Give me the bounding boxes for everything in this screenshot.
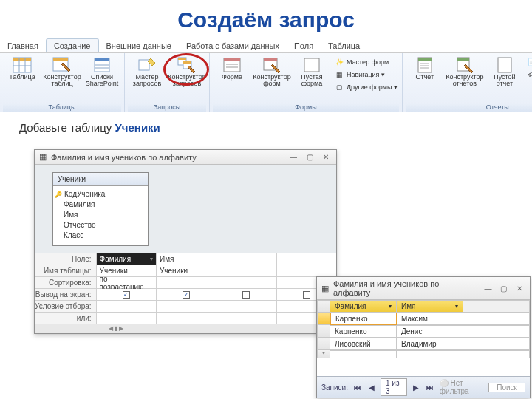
tab-database-tools[interactable]: Работа с базами данных xyxy=(179,39,287,52)
tab-table[interactable]: Таблица xyxy=(321,39,367,52)
sort-cell[interactable] xyxy=(156,277,216,288)
tab-create[interactable]: Создание xyxy=(46,38,99,52)
nav-position[interactable]: 1 из 3 xyxy=(381,378,407,396)
checkbox-unchecked[interactable] xyxy=(242,291,250,299)
field-item[interactable]: Отчество xyxy=(64,220,143,231)
criteria-cell[interactable] xyxy=(216,301,276,312)
data-cell[interactable]: Карпенко xyxy=(330,325,397,338)
btn-blank-form[interactable]: Пустая форма xyxy=(293,55,331,88)
btn-form-wizard[interactable]: ✨Мастер форм xyxy=(332,56,399,68)
table-design-icon xyxy=(52,56,72,74)
nav-prev[interactable]: ◀ xyxy=(367,383,376,392)
field-cell[interactable] xyxy=(216,253,276,265)
nav-next[interactable]: ▶ xyxy=(412,383,420,392)
nav-last[interactable]: ⏭ xyxy=(425,383,435,392)
query-icon: ▦ xyxy=(39,152,47,162)
close-button[interactable]: ✕ xyxy=(320,153,332,161)
data-cell[interactable]: Максим xyxy=(397,313,463,325)
data-cell[interactable]: Владимир xyxy=(397,338,463,350)
data-row[interactable]: Карпенко Денис xyxy=(317,325,530,338)
row-selector[interactable] xyxy=(317,338,330,350)
btn-table-design[interactable]: Конструктор таблиц xyxy=(43,55,81,88)
sharepoint-icon xyxy=(92,56,112,74)
data-cell[interactable] xyxy=(397,350,463,358)
table-cell[interactable]: Ученики xyxy=(156,265,216,276)
field-cell[interactable] xyxy=(276,253,336,265)
or-cell[interactable] xyxy=(216,313,276,324)
table-cell[interactable] xyxy=(216,265,276,276)
table-fields-list[interactable]: КодУченика Фамилия Имя Отчество Класс xyxy=(53,186,148,245)
data-row[interactable]: Карпенко Максим xyxy=(317,313,530,325)
svg-rect-17 xyxy=(224,58,240,61)
field-item[interactable]: Имя xyxy=(64,210,143,220)
tab-external-data[interactable]: Внешние данные xyxy=(99,39,179,52)
result-titlebar[interactable]: ▦ Фамилия и имя учеников по алфавиту — ▢… xyxy=(317,277,530,300)
or-cell[interactable] xyxy=(156,313,216,324)
checkbox-checked[interactable]: ✓ xyxy=(123,291,130,299)
column-header[interactable]: Фамилия▾ xyxy=(330,300,397,313)
maximize-button[interactable]: ▢ xyxy=(304,153,316,161)
minimize-button[interactable]: — xyxy=(287,153,299,161)
btn-other-forms[interactable]: ▢Другие формы ▾ xyxy=(332,81,399,93)
btn-report-wizard[interactable]: 📄Мастер отчетов xyxy=(525,56,532,68)
btn-table[interactable]: Таблица xyxy=(3,55,41,81)
or-cell[interactable] xyxy=(96,313,156,324)
data-cell[interactable] xyxy=(463,313,530,325)
field-cell[interactable]: Фамилия▾ xyxy=(96,253,156,265)
show-cell[interactable]: ✓ xyxy=(156,289,216,300)
criteria-cell[interactable] xyxy=(96,301,156,312)
show-cell[interactable] xyxy=(216,289,276,300)
svg-rect-30 xyxy=(498,58,511,72)
show-cell[interactable]: ✓ xyxy=(96,289,156,300)
minimize-button[interactable]: — xyxy=(482,284,494,293)
row-selector[interactable] xyxy=(317,325,330,338)
data-row[interactable]: Лисовский Владимир xyxy=(317,338,530,350)
data-cell[interactable] xyxy=(330,350,397,358)
new-row[interactable]: * xyxy=(317,350,530,358)
data-cell[interactable] xyxy=(463,325,530,338)
btn-labels[interactable]: 🏷Наклейки xyxy=(525,69,532,81)
btn-query-design[interactable]: Конструктор запросов xyxy=(168,55,206,88)
field-pk[interactable]: КодУченика xyxy=(64,189,143,200)
btn-report-design[interactable]: Конструктор отчетов xyxy=(446,55,484,88)
blank-report-icon xyxy=(494,56,515,74)
btn-query-wizard[interactable]: Мастер запросов xyxy=(128,55,166,88)
window-titlebar[interactable]: ▦ Фамилия и имя учеников по алфавиту — ▢… xyxy=(35,150,336,165)
maximize-button[interactable]: ▢ xyxy=(498,284,509,293)
btn-sharepoint-lists[interactable]: Списки SharePoint xyxy=(83,55,121,88)
btn-form[interactable]: Форма xyxy=(213,55,251,81)
query-designer-canvas[interactable]: Ученики КодУченика Фамилия Имя Отчество … xyxy=(35,165,336,253)
checkbox-unchecked[interactable] xyxy=(303,291,310,299)
data-cell[interactable]: Карпенко xyxy=(330,313,397,325)
report-design-icon xyxy=(454,56,475,74)
checkbox-checked[interactable]: ✓ xyxy=(183,291,190,299)
close-button[interactable]: ✕ xyxy=(514,284,525,293)
report-wizard-icon: 📄 xyxy=(527,57,532,67)
filter-status[interactable]: ⚪ Нет фильтра xyxy=(440,379,484,395)
btn-navigation[interactable]: ▦Навигация ▾ xyxy=(332,69,399,81)
search-box[interactable]: Поиск xyxy=(488,383,525,392)
dropdown-icon[interactable]: ▾ xyxy=(150,256,153,262)
column-header[interactable]: Имя▾ xyxy=(397,300,463,313)
field-item[interactable]: Класс xyxy=(64,231,143,241)
data-cell[interactable]: Денис xyxy=(397,325,463,338)
data-cell[interactable] xyxy=(463,350,530,358)
btn-form-design[interactable]: Конструктор форм xyxy=(253,55,291,88)
field-item[interactable]: Фамилия xyxy=(64,200,143,210)
data-cell[interactable] xyxy=(463,338,530,350)
table-cell[interactable] xyxy=(276,265,336,276)
table-box-students[interactable]: Ученики КодУченика Фамилия Имя Отчество … xyxy=(52,172,149,246)
btn-report[interactable]: Отчет xyxy=(406,55,444,81)
btn-blank-report[interactable]: Пустой отчет xyxy=(485,55,524,88)
tab-home[interactable]: Главная xyxy=(0,39,46,52)
tab-fields[interactable]: Поля xyxy=(287,39,321,52)
row-selector[interactable] xyxy=(317,313,330,325)
sort-cell[interactable] xyxy=(216,277,276,288)
sort-cell[interactable]: по возрастанию xyxy=(96,277,156,288)
criteria-cell[interactable] xyxy=(156,301,216,312)
nav-first[interactable]: ⏮ xyxy=(352,383,363,392)
form-design-icon xyxy=(262,56,282,74)
select-all-corner[interactable] xyxy=(317,300,330,313)
data-cell[interactable]: Лисовский xyxy=(330,338,397,350)
field-cell[interactable]: Имя xyxy=(156,253,216,265)
